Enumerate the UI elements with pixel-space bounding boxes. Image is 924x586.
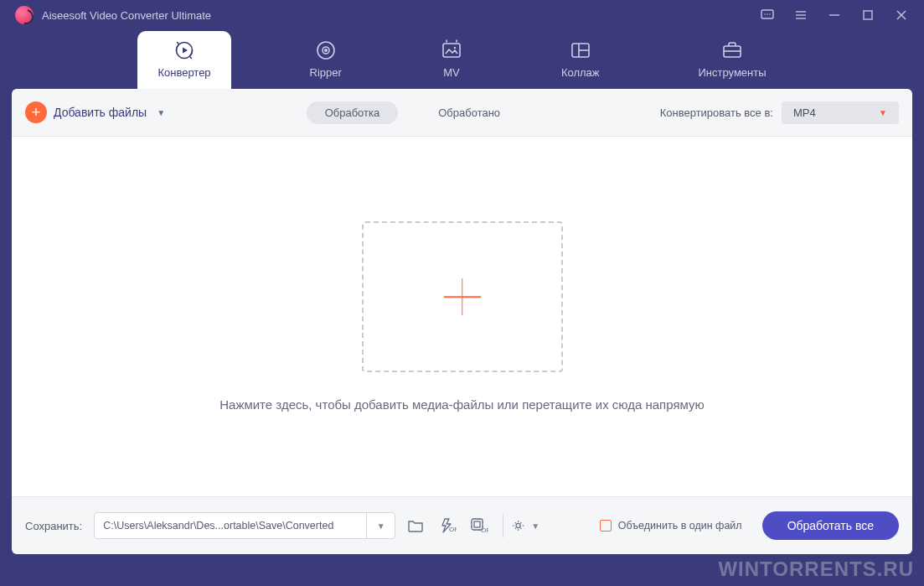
save-path-input[interactable]	[95, 520, 366, 532]
app-logo-icon	[15, 6, 34, 24]
add-files-label: Добавить файлы	[54, 106, 147, 119]
svg-rect-8	[864, 11, 872, 19]
merge-checkbox[interactable]: Объединить в один файл	[600, 520, 742, 532]
hardware-accel-icon[interactable]: OFF	[436, 514, 459, 537]
close-icon[interactable]	[894, 8, 909, 23]
svg-text:OFF: OFF	[449, 526, 457, 533]
dropzone[interactable]	[362, 221, 563, 372]
menu-icon[interactable]	[793, 8, 808, 23]
app-title: Aiseesoft Video Converter Ultimate	[42, 9, 211, 22]
dropzone-hint: Нажмите здесь, чтобы добавить медиа-файл…	[219, 397, 705, 412]
svg-point-35	[516, 523, 520, 527]
svg-text:OFF: OFF	[481, 526, 488, 534]
svg-rect-25	[474, 521, 480, 527]
add-large-icon	[444, 278, 481, 315]
main-tabs: Конвертер Ripper MV Коллаж Инструменты	[0, 30, 924, 89]
bottom-toolbar: Сохранить: ▼ OFF OFF ▼ Объединить в один…	[12, 497, 912, 554]
tab-converter[interactable]: Конвертер	[137, 31, 230, 89]
save-path-box: ▼	[94, 512, 395, 539]
checkbox-icon	[600, 520, 612, 532]
tab-converter-label: Конвертер	[157, 66, 210, 79]
tab-collage[interactable]: Коллаж	[541, 31, 620, 89]
svg-marker-12	[183, 48, 188, 54]
save-to-label: Сохранить:	[25, 520, 82, 532]
merge-label: Объединить в один файл	[618, 520, 742, 532]
tab-mv[interactable]: MV	[421, 31, 483, 89]
svg-point-15	[325, 49, 327, 51]
plus-icon: +	[25, 101, 47, 123]
browse-folder-icon[interactable]	[404, 514, 427, 537]
settings-chevron-icon[interactable]: ▼	[531, 521, 539, 531]
tab-toolbox[interactable]: Инструменты	[679, 31, 787, 89]
tab-ripper[interactable]: Ripper	[290, 31, 362, 89]
add-files-button[interactable]: + Добавить файлы ▼	[25, 101, 165, 123]
chevron-down-icon: ▼	[879, 108, 887, 117]
convert-all-to-label: Конвертировать все в:	[660, 106, 773, 119]
format-select[interactable]: MP4 ▼	[782, 101, 899, 124]
workspace: + Добавить файлы ▼ Обработка Обработано …	[12, 89, 912, 554]
svg-point-3	[769, 13, 770, 14]
tab-collage-label: Коллаж	[561, 66, 600, 79]
path-dropdown-icon[interactable]: ▼	[366, 513, 395, 538]
svg-rect-16	[443, 44, 460, 57]
content-area: Нажмите здесь, чтобы добавить медиа-файл…	[12, 136, 912, 497]
high-speed-icon[interactable]: OFF	[467, 514, 491, 537]
svg-point-17	[454, 47, 456, 49]
watermark: WINTORRENTS.RU	[718, 557, 914, 581]
tab-mv-label: MV	[443, 66, 460, 79]
tab-toolbox-label: Инструменты	[699, 66, 767, 79]
processing-tab[interactable]: Обработка	[307, 101, 399, 124]
titlebar: Aiseesoft Video Converter Ultimate	[0, 0, 924, 30]
top-toolbar: + Добавить файлы ▼ Обработка Обработано …	[12, 89, 912, 136]
svg-point-2	[767, 13, 767, 14]
processed-tab[interactable]: Обработано	[420, 101, 519, 124]
feedback-icon[interactable]	[760, 8, 775, 23]
minimize-icon[interactable]	[827, 8, 842, 23]
chevron-down-icon[interactable]: ▼	[157, 108, 165, 117]
maximize-icon[interactable]	[860, 8, 875, 23]
settings-icon[interactable]	[503, 514, 526, 537]
svg-point-1	[764, 13, 765, 14]
convert-all-button[interactable]: Обработать все	[762, 511, 899, 540]
tab-ripper-label: Ripper	[310, 66, 342, 79]
format-value: MP4	[793, 106, 816, 119]
